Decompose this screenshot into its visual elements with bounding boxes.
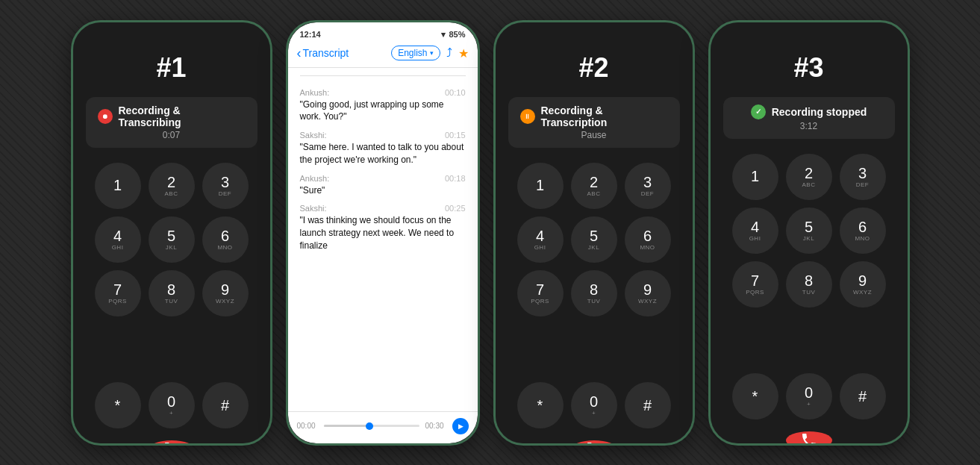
dial-key-3-p3[interactable]: 3DEF bbox=[625, 163, 671, 209]
phone-3-status-text: Recording & Transcription bbox=[541, 104, 668, 128]
phone-1-screen: #1 ⏺ Recording & Transcribing 0:07 1 2AB… bbox=[73, 22, 270, 443]
dial-key-6-p3[interactable]: 6MNO bbox=[625, 216, 671, 263]
chevron-down-icon: ▾ bbox=[430, 49, 434, 57]
wifi-icon: ▾ bbox=[441, 30, 446, 40]
audio-progress-fill bbox=[324, 425, 367, 427]
dial-key-hash-p4[interactable]: # bbox=[840, 373, 886, 419]
speaker-3: Sakshi: bbox=[300, 204, 327, 213]
dial-key-4-p4[interactable]: 4GHI bbox=[732, 207, 778, 254]
transcript-message-0: Ankush: 00:10 "Going good, just wrapping… bbox=[300, 88, 466, 124]
transcript-back-button[interactable]: ‹ Transcript bbox=[297, 46, 349, 61]
phone-2-screen: 12:14 ▾ 85% ‹ Transcript English ▾ ⤴ ★ bbox=[288, 22, 478, 443]
transcript-message-2: Ankush: 00:18 "Sure" bbox=[300, 174, 466, 197]
phone-1-end-call-button[interactable] bbox=[149, 440, 195, 443]
dial-key-3[interactable]: 3DEF bbox=[202, 163, 249, 209]
dial-key-3-p4[interactable]: 3DEF bbox=[840, 154, 886, 200]
transcript-message-3: Sakshi: 00:25 "I was thinking we should … bbox=[300, 204, 466, 252]
transcript-actions: English ▾ ⤴ ★ bbox=[391, 46, 468, 60]
message-text-1: "Same here. I wanted to talk to you abou… bbox=[300, 141, 466, 166]
dial-key-0-p3[interactable]: 0+ bbox=[571, 382, 617, 428]
dial-key-5[interactable]: 5JKL bbox=[149, 216, 195, 263]
transcript-body: Ankush: 00:10 "Going good, just wrapping… bbox=[288, 68, 478, 411]
dial-key-2-p3[interactable]: 2ABC bbox=[571, 163, 617, 209]
dial-key-6-p4[interactable]: 6MNO bbox=[840, 207, 886, 254]
transcript-message-1: Sakshi: 00:15 "Same here. I wanted to ta… bbox=[300, 131, 466, 166]
dial-key-7[interactable]: 7PQRS bbox=[95, 270, 141, 316]
language-label: English bbox=[398, 48, 427, 58]
dial-key-1[interactable]: 1 bbox=[95, 163, 141, 209]
audio-end-time: 00:30 bbox=[425, 422, 446, 430]
dial-key-4-p3[interactable]: 4GHI bbox=[517, 216, 564, 263]
status-bar-icons: ▾ 85% bbox=[441, 30, 465, 40]
language-badge[interactable]: English ▾ bbox=[391, 46, 440, 60]
dial-key-2-p4[interactable]: 2ABC bbox=[786, 154, 832, 200]
dial-key-hash[interactable]: # bbox=[202, 382, 249, 428]
phone-1-special-keys: * 0+ # bbox=[95, 382, 249, 428]
phone-1-label: #1 bbox=[156, 52, 186, 84]
dial-key-5-p3[interactable]: 5JKL bbox=[571, 216, 617, 263]
phone-4-screen: #3 ✓ Recording stopped 3:12 1 2ABC 3DEF … bbox=[711, 22, 908, 443]
dial-key-star-p3[interactable]: * bbox=[517, 382, 564, 428]
phone-2: 12:14 ▾ 85% ‹ Transcript English ▾ ⤴ ★ bbox=[286, 20, 480, 446]
phone-3-special-keys: * 0+ # bbox=[517, 382, 671, 428]
transcript-separator bbox=[300, 75, 466, 76]
dial-key-2[interactable]: 2ABC bbox=[149, 163, 195, 209]
timestamp-0: 00:10 bbox=[445, 88, 466, 97]
play-icon: ▶ bbox=[458, 422, 464, 430]
phone-1-dialpad: 1 2ABC 3DEF 4GHI 5JKL 6MNO 7PQRS 8TUV 9W… bbox=[95, 163, 249, 370]
dial-key-9-p4[interactable]: 9WXYZ bbox=[840, 261, 886, 308]
dial-key-star-p4[interactable]: * bbox=[732, 373, 778, 419]
phone-4-special-keys: * 0+ # bbox=[732, 373, 886, 419]
dial-key-8-p3[interactable]: 8TUV bbox=[571, 270, 617, 316]
dial-key-4[interactable]: 4GHI bbox=[95, 216, 141, 263]
phone-4-end-call-button[interactable] bbox=[786, 431, 832, 443]
phone-3-end-call-button[interactable] bbox=[571, 440, 617, 443]
dial-key-6[interactable]: 6MNO bbox=[202, 216, 249, 263]
message-text-0: "Going good, just wrapping up some work.… bbox=[300, 99, 466, 124]
audio-play-button[interactable]: ▶ bbox=[452, 418, 469, 434]
speaker-1: Sakshi: bbox=[300, 131, 327, 140]
phone-4-status-icon: ✓ bbox=[751, 104, 766, 119]
dial-key-hash-p3[interactable]: # bbox=[625, 382, 671, 428]
speaker-2: Ankush: bbox=[300, 174, 330, 183]
dial-key-star[interactable]: * bbox=[95, 382, 141, 428]
audio-start-time: 00:00 bbox=[297, 422, 318, 430]
phone-1-status-time: 0:07 bbox=[163, 130, 180, 140]
phone-3-dialpad: 1 2ABC 3DEF 4GHI 5JKL 6MNO 7PQRS 8TUV 9W… bbox=[517, 163, 671, 370]
phone-1-status-text: Recording & Transcribing bbox=[119, 104, 246, 128]
phone-4-dialpad: 1 2ABC 3DEF 4GHI 5JKL 6MNO 7PQRS 8TUV 9W… bbox=[732, 154, 886, 361]
timestamp-2: 00:18 bbox=[445, 174, 466, 183]
dial-key-7-p3[interactable]: 7PQRS bbox=[517, 270, 564, 316]
dial-key-7-p4[interactable]: 7PQRS bbox=[732, 261, 778, 308]
phone-3-status-banner: ⏸ Recording & Transcription Pause bbox=[508, 97, 680, 148]
phone-3-label: #2 bbox=[578, 52, 608, 84]
dial-key-0-p4[interactable]: 0+ bbox=[786, 373, 832, 419]
phone-1: #1 ⏺ Recording & Transcribing 0:07 1 2AB… bbox=[71, 20, 272, 446]
phone-3-status-time: Pause bbox=[581, 130, 606, 140]
phone-4: #3 ✓ Recording stopped 3:12 1 2ABC 3DEF … bbox=[708, 20, 910, 446]
audio-progress-bar[interactable] bbox=[324, 425, 419, 427]
dial-key-9[interactable]: 9WXYZ bbox=[202, 270, 249, 316]
message-text-3: "I was thinking we should focus on the l… bbox=[300, 214, 466, 252]
transcript-header: ‹ Transcript English ▾ ⤴ ★ bbox=[288, 43, 478, 68]
back-chevron-icon: ‹ bbox=[297, 46, 302, 61]
transcript-status-bar: 12:14 ▾ 85% bbox=[288, 22, 478, 43]
phone-1-status-icon: ⏺ bbox=[98, 109, 113, 124]
share-icon[interactable]: ⤴ bbox=[446, 46, 452, 60]
star-icon[interactable]: ★ bbox=[458, 46, 469, 60]
dial-key-1-p4[interactable]: 1 bbox=[732, 154, 778, 200]
status-bar-time: 12:14 bbox=[300, 30, 321, 39]
phone-4-status-text: Recording stopped bbox=[772, 106, 867, 118]
speaker-0: Ankush: bbox=[300, 88, 330, 97]
dial-key-8-p4[interactable]: 8TUV bbox=[786, 261, 832, 308]
dial-key-8[interactable]: 8TUV bbox=[149, 270, 195, 316]
dial-key-5-p4[interactable]: 5JKL bbox=[786, 207, 832, 254]
dial-key-9-p3[interactable]: 9WXYZ bbox=[625, 270, 671, 316]
phone-3: #2 ⏸ Recording & Transcription Pause 1 2… bbox=[493, 20, 695, 446]
dial-key-0[interactable]: 0+ bbox=[149, 382, 195, 428]
phone-1-status-banner: ⏺ Recording & Transcribing 0:07 bbox=[86, 97, 258, 148]
dial-key-1-p3[interactable]: 1 bbox=[517, 163, 564, 209]
phone-4-label: #3 bbox=[793, 52, 823, 84]
transcript-back-label: Transcript bbox=[303, 47, 349, 59]
audio-progress-thumb bbox=[366, 422, 373, 430]
